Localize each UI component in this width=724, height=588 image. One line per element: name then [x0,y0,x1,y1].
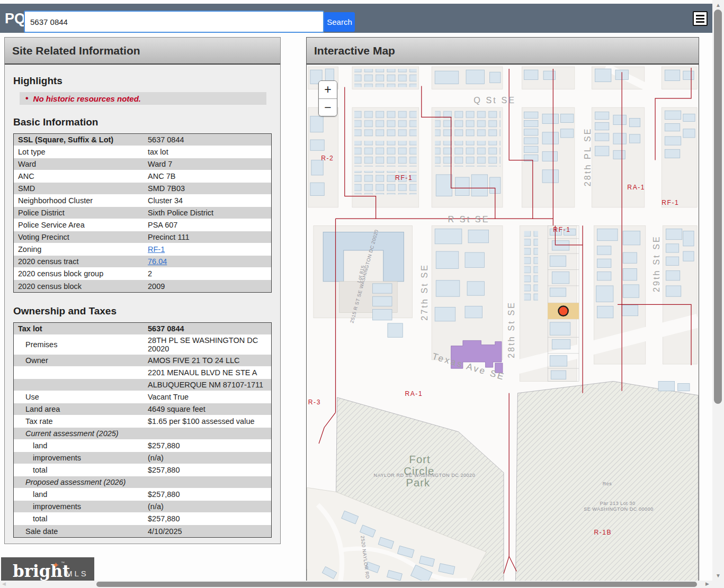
street-label-27th-st: 27th St SE [419,264,429,321]
res-label: Res [603,481,612,486]
zone-label-rf1-west: RF-1 [395,174,413,182]
row-label: Tax rate [14,416,144,427]
row-label: Voting Precinct [14,232,144,242]
table-row: Police DistrictSixth Police District [14,207,271,219]
highlight-item: • No historic resources noted. [20,92,266,105]
ownership-table: Tax lot5637 0844Premises28TH PL SE WASHI… [13,322,272,538]
row-value: Ward 7 [144,159,271,169]
table-row: 2201 MENAUL BLVD NE STE A [14,367,271,379]
zone-label-ra1-park: RA-1 [405,390,423,397]
naylor-address-label: NAYLOR RD SE WASHINGTON DC 20020 [374,473,476,478]
app-root: PQ Search Site Related Information Highl… [0,0,724,588]
row-label: improvements [14,453,144,463]
scroll-right-icon[interactable]: ▶ [705,581,709,586]
table-row: ZoningRF-1 [14,243,271,256]
zone-label-r3: R-3 [308,399,321,406]
table-row: Voting PrecinctPrecinct 111 [14,231,271,243]
basic-info-table: SSL (Square, Suffix & Lot)5637 0844Lot t… [13,133,272,293]
row-label: land [14,489,144,500]
row-label: improvements [14,501,144,512]
table-row: UseVacant True [14,391,271,403]
row-label: Lot type [14,147,144,157]
zoom-out-button[interactable]: − [319,98,337,116]
park-label-line1: Fort [409,454,430,465]
row-value: 2201 MENAUL BLVD NE STE A [144,367,271,378]
row-label [14,372,144,374]
row-value: 28TH PL SE WASHINGTON DC 20020 [144,335,271,354]
horizontal-scrollbar-thumb[interactable] [96,582,697,587]
highlight-note: No historic resources noted. [33,94,141,103]
map-panel-title: Interactive Map [307,38,699,65]
zone-label-rf1-ne: RF-1 [662,199,679,206]
menu-button[interactable] [693,11,708,26]
row-label: Use [14,392,144,402]
row-label: total [14,513,144,524]
row-value: ALBUQUERQUE NM 87107-1711 [144,379,271,390]
table-row: SMDSMD 7B03 [14,183,271,195]
table-row: WardWard 7 [14,158,271,170]
row-value: 5637 0844 [144,134,271,145]
vertical-scrollbar-thumb[interactable] [714,10,722,404]
table-row: Tax lot5637 0844 [14,323,271,335]
row-value: (n/a) [144,453,271,463]
horizontal-scrollbar[interactable]: ◀ ▶ [0,581,712,588]
table-row: Lot typetax lot [14,146,271,158]
row-label: 2020 census block group [14,268,144,279]
table-row: OwnerAMOS FIVE 21 TO 24 LLC [14,355,271,367]
hamburger-icon [696,15,704,16]
table-row: total$257,880 [14,513,271,525]
row-value: 2 [144,268,271,279]
zone-label-r2: R-2 [321,155,334,162]
table-row: total$257,880 [14,464,271,476]
row-value: PSA 607 [144,220,271,230]
table-row: Tax rate$1.65 per $100 assessed value [14,415,271,428]
bullet-icon: • [25,94,29,103]
row-value: tax lot [144,147,271,157]
search-button[interactable]: Search [324,12,355,32]
zone-label-r1b: R-1B [594,529,612,536]
trademark-symbol: ™ [61,561,65,565]
search-input[interactable] [24,11,324,33]
row-label: total [14,465,144,475]
row-section-label: Current assessment (2025) [14,428,271,439]
table-row: improvements(n/a) [14,501,271,513]
row-value: 4649 square feet [144,404,271,414]
street-label-29th-st: 29th St SE [651,235,661,292]
row-label: Neighborhood Cluster [14,195,144,206]
row-value: Vacant True [144,392,271,402]
highlights-heading: Highlights [13,75,272,87]
table-row: ANCANC 7B [14,170,271,183]
par-label-line2: SE WASHINGTON DC 00000 [584,506,654,512]
table-row: Proposed assessment (2026) [14,476,271,489]
row-value: $257,880 [144,440,271,451]
row-value: (n/a) [144,501,271,512]
scroll-up-icon[interactable]: ▲ [712,2,724,8]
zoom-in-button[interactable]: + [319,81,337,98]
table-row: SSL (Square, Suffix & Lot)5637 0844 [14,134,271,146]
value-link[interactable]: RF-1 [148,245,165,254]
value-link[interactable]: 76.04 [148,257,167,266]
table-row: improvements(n/a) [14,452,271,464]
street-label-r-st: R St SE [448,214,490,224]
basic-info-heading: Basic Information [13,116,272,128]
table-row: 2020 census block2009 [14,280,271,292]
row-value: $257,880 [144,489,271,500]
scroll-left-icon[interactable]: ◀ [2,581,6,586]
map-canvas[interactable]: Q St SE R St SE 27th St SE 28th St SE 28… [307,65,699,587]
row-value: 5637 0844 [144,323,271,334]
street-label-q-st: Q St SE [473,95,516,105]
street-label-28th-pl: 28th PL SE [583,127,592,186]
top-search-bar: PQ Search [0,4,712,33]
star-icon: ✦ [52,560,59,570]
vertical-scrollbar[interactable]: ▲ ▼ [712,0,724,588]
row-label: Land area [14,404,144,414]
ownership-heading: Ownership and Taxes [13,305,272,317]
row-value: 2009 [144,281,271,292]
row-label: Owner [14,355,144,366]
table-row: Police Service AreaPSA 607 [14,219,271,231]
row-label: 2020 census block [14,281,144,292]
row-value: AMOS FIVE 21 TO 24 LLC [144,355,271,366]
scroll-down-icon[interactable]: ▼ [712,573,724,578]
par-label-line1: Par 213 Lot 30 [600,501,636,506]
row-label: Premises [14,339,144,350]
